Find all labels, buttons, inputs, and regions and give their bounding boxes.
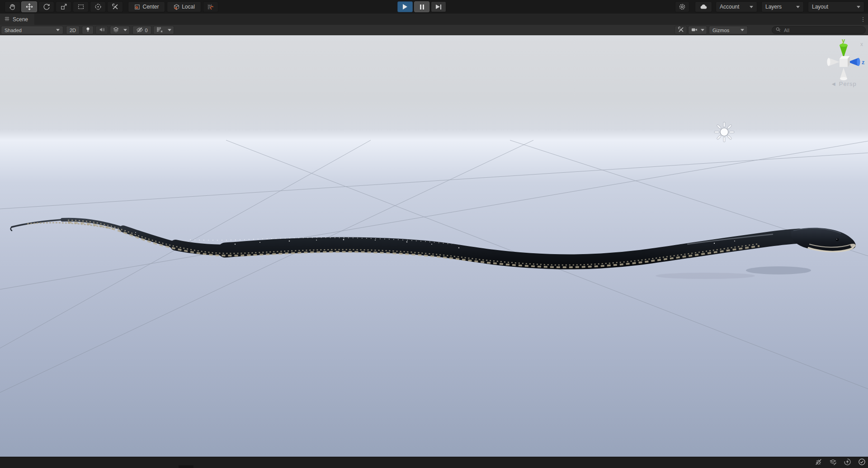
refresh-bulb-icon xyxy=(844,458,851,468)
rotate-icon xyxy=(43,3,50,10)
layout-dropdown[interactable]: Layout xyxy=(808,1,864,12)
speaker-icon xyxy=(99,26,105,34)
chevron-down-icon xyxy=(168,29,171,31)
move-tool-button[interactable] xyxy=(21,1,37,12)
layers-dropdown[interactable]: Layers xyxy=(761,1,804,12)
wrench-icon xyxy=(678,26,684,34)
account-label: Account xyxy=(720,4,739,10)
layers-edit-button[interactable] xyxy=(827,459,839,467)
transform-icon xyxy=(94,3,102,10)
tab-strip: Scene ⋮ xyxy=(0,14,868,25)
audio-toggle-button[interactable] xyxy=(95,26,108,34)
draw-mode-dropdown[interactable]: Shaded xyxy=(1,26,63,34)
wrench-icon xyxy=(112,3,119,10)
activity-sun-icon xyxy=(678,3,686,11)
axis-y-label: y xyxy=(842,37,845,44)
chevron-down-icon xyxy=(123,29,127,31)
grid-snap-icon xyxy=(207,3,214,10)
scene-render xyxy=(0,35,868,457)
step-icon xyxy=(436,5,441,9)
persp-arrow-icon: ◄ xyxy=(830,80,837,87)
draw-mode-label: Shaded xyxy=(5,28,22,33)
cloud-services-button[interactable] xyxy=(695,1,712,12)
rotate-tool-button[interactable] xyxy=(38,1,54,12)
axis-negy-cone[interactable] xyxy=(840,68,847,80)
grid-visibility-dropdown[interactable] xyxy=(153,26,174,34)
view-hand-tool-button[interactable] xyxy=(5,1,20,12)
scene-camera-dropdown[interactable] xyxy=(688,26,707,34)
handle-rotation-label: Local xyxy=(182,4,195,10)
bug-slash-icon xyxy=(815,458,822,468)
scene-viewport[interactable]: y x xyxy=(0,35,868,457)
eye-slash-icon xyxy=(136,26,143,34)
transform-tool-button[interactable] xyxy=(90,1,106,12)
step-button[interactable] xyxy=(431,1,446,12)
scene-grid-icon xyxy=(4,16,10,23)
chevron-down-icon xyxy=(741,29,744,31)
axis-x-label: x xyxy=(860,41,863,47)
status-ok-button[interactable] xyxy=(856,459,868,467)
handle-rotation-button[interactable]: Local xyxy=(167,1,201,12)
lightbulb-icon xyxy=(85,26,91,34)
camera-icon xyxy=(691,26,698,34)
scene-visibility-button[interactable]: 0 xyxy=(132,26,151,34)
chevron-down-icon xyxy=(701,29,704,31)
rect-tool-button[interactable] xyxy=(73,1,89,12)
local-cube-icon xyxy=(173,4,180,10)
account-dropdown[interactable]: Account xyxy=(716,1,757,12)
status-bar xyxy=(0,457,868,468)
scene-search-field[interactable] xyxy=(772,26,866,34)
pause-button[interactable] xyxy=(414,1,429,12)
progress-activity-button[interactable] xyxy=(675,1,689,12)
axis-negz-cone[interactable] xyxy=(827,58,840,66)
play-button[interactable] xyxy=(397,1,413,12)
snake-shadow xyxy=(656,273,755,279)
layers-label: Layers xyxy=(765,4,782,10)
gizmo-center-cube[interactable] xyxy=(840,56,850,67)
custom-tool-button[interactable] xyxy=(107,1,123,12)
grid-axis-icon xyxy=(156,26,163,34)
scene-tools-button[interactable] xyxy=(675,26,687,34)
pivot-mode-button[interactable]: Center xyxy=(128,1,165,12)
auto-refresh-button[interactable] xyxy=(841,459,853,467)
cloud-icon xyxy=(699,3,708,11)
move-icon xyxy=(26,3,33,10)
chevron-down-icon xyxy=(857,6,860,8)
check-circle-icon xyxy=(858,458,866,468)
hand-icon xyxy=(9,3,16,11)
axis-y-cone[interactable] xyxy=(840,43,848,58)
chevron-down-icon xyxy=(796,6,800,8)
effects-layers-icon xyxy=(113,26,119,34)
tab-scene[interactable]: Scene xyxy=(0,14,34,25)
scene-view-toolbar: Shaded 2D 0 Gi xyxy=(0,25,868,36)
search-icon xyxy=(775,26,781,34)
pause-icon xyxy=(420,5,424,9)
console-mute-button[interactable] xyxy=(812,459,824,467)
grid-snapping-button[interactable] xyxy=(203,1,218,12)
chevron-down-icon xyxy=(750,6,753,8)
snake-model[interactable] xyxy=(11,219,856,279)
effects-dropdown-button[interactable] xyxy=(110,26,130,34)
snake-head xyxy=(791,228,856,252)
play-icon xyxy=(403,4,407,9)
scale-tool-button[interactable] xyxy=(56,1,71,12)
axis-z-label: z xyxy=(862,59,865,66)
unity-editor-window: Center Local Account Lay xyxy=(0,0,868,468)
statusbar-notch xyxy=(179,465,193,468)
scene-search-input[interactable] xyxy=(783,27,853,33)
tab-more-menu[interactable]: ⋮ xyxy=(859,14,867,24)
main-toolbar: Center Local Account Lay xyxy=(0,0,868,14)
lighting-toggle-button[interactable] xyxy=(82,26,94,34)
2d-toggle-label: 2D xyxy=(70,28,76,33)
tab-scene-label: Scene xyxy=(13,16,28,23)
gizmos-dropdown[interactable]: Gizmos xyxy=(709,26,748,34)
snake-eye xyxy=(836,238,839,241)
2d-toggle-button[interactable]: 2D xyxy=(66,26,80,34)
rect-icon xyxy=(77,3,85,10)
pivot-center-icon xyxy=(134,4,141,10)
layers-pen-icon xyxy=(829,458,837,468)
kebab-icon: ⋮ xyxy=(860,16,866,23)
chevron-down-icon xyxy=(56,29,60,31)
orientation-gizmo[interactable]: y x xyxy=(819,37,868,87)
projection-mode-label[interactable]: ◄ Persp xyxy=(816,80,868,87)
